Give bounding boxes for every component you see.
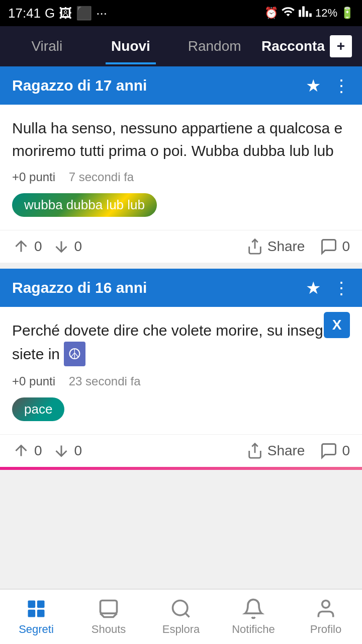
nav-profilo[interactable]: Profilo [290, 590, 362, 644]
card-1-tags: wubba dubba lub lub [12, 193, 350, 217]
svg-rect-5 [37, 610, 45, 617]
card-2-header-icons: ★ ⋮ [306, 278, 350, 298]
card-1-tag-wubba[interactable]: wubba dubba lub lub [12, 193, 157, 217]
nav-shouts[interactable]: Shouts [72, 590, 145, 644]
card-2-tags: pace [12, 397, 350, 421]
tab-nuovi[interactable]: Nuovi [89, 28, 173, 64]
wifi-icon [281, 5, 295, 22]
nav-segreti-label: Segreti [19, 623, 54, 636]
nav-esplora-label: Esplora [162, 623, 200, 636]
card-1-downvote-count: 0 [74, 238, 82, 255]
nav-segreti[interactable]: Segreti [0, 590, 72, 644]
card-2-text: Perché dovete dire che volete morire, su… [12, 319, 350, 366]
content-area: Ragazzo di 17 anni ★ ⋮ Nulla ha senso, n… [0, 66, 362, 536]
screen-icon: ⬛ [76, 6, 92, 21]
card-1-comments-count: 0 [342, 238, 350, 255]
nav-notifiche-label: Notifiche [232, 623, 275, 636]
racconta-plus-button[interactable]: + [330, 35, 352, 57]
card-2-points: +0 punti [12, 374, 55, 388]
more-icon: ··· [96, 6, 107, 21]
card-2-actions: 0 0 Share 0 [0, 434, 362, 467]
svg-rect-2 [28, 601, 36, 608]
card-2-tag-pace[interactable]: pace [12, 397, 64, 421]
tab-virali[interactable]: Virali [5, 28, 89, 64]
carrier-icon: G [45, 6, 55, 21]
card-2-upvote[interactable]: 0 [12, 442, 42, 460]
card-1-downvote[interactable]: 0 [52, 237, 82, 256]
card-1-more-icon[interactable]: ⋮ [333, 75, 350, 96]
racconta-label[interactable]: Racconta [261, 38, 325, 54]
card-1-meta: +0 punti 7 secondi fa [12, 170, 350, 184]
card-1-upvote-count: 0 [34, 238, 42, 255]
card-2-comments-count: 0 [342, 443, 350, 459]
card-1-header-icons: ★ ⋮ [306, 75, 350, 96]
card-2-body: Perché dovete dire che volete morire, su… [0, 307, 362, 434]
nav-esplora[interactable]: Esplora [145, 590, 217, 644]
card-1-actions: 0 0 Share 0 [0, 230, 362, 263]
svg-rect-6 [101, 601, 117, 614]
card-1-time: 7 secondi fa [69, 170, 134, 184]
svg-rect-4 [28, 610, 36, 617]
card-1-header: Ragazzo di 17 anni ★ ⋮ [0, 66, 362, 105]
card-1-comments-button[interactable]: 0 [320, 237, 350, 256]
card-1-share-button[interactable]: Share [246, 238, 305, 255]
card-2-more-icon[interactable]: ⋮ [333, 278, 350, 298]
peace-emoji: ☮ [64, 342, 85, 366]
card-2-time: 23 secondi fa [69, 374, 141, 388]
status-right: ⏰ 12% 🔋 [264, 5, 354, 22]
nav-notifiche[interactable]: Notifiche [217, 590, 290, 644]
tab-random[interactable]: Random [172, 28, 256, 64]
card-1-star-icon[interactable]: ★ [306, 75, 321, 96]
card-1-text: Nulla ha senso, nessuno appartiene a qua… [12, 117, 350, 162]
card-1-body: Nulla ha senso, nessuno appartiene a qua… [0, 105, 362, 230]
status-bar: 17:41 G 🖼 ⬛ ··· ⏰ 12% 🔋 [0, 0, 362, 26]
alarm-icon: ⏰ [264, 7, 278, 20]
status-left: 17:41 G 🖼 ⬛ ··· [8, 6, 107, 21]
status-time: 17:41 [8, 6, 41, 21]
card-2: Ragazzo di 16 anni ★ ⋮ Perché dovete dir… [0, 269, 362, 470]
battery-status: 12% [315, 7, 337, 20]
card-1-points: +0 punti [12, 170, 55, 184]
card-2-meta: +0 punti 23 secondi fa [12, 374, 350, 388]
card-1-upvote[interactable]: 0 [12, 237, 42, 256]
card-1-title: Ragazzo di 17 anni [12, 77, 147, 94]
card-2-comments-button[interactable]: 0 [320, 442, 350, 460]
card-1: Ragazzo di 17 anni ★ ⋮ Nulla ha senso, n… [0, 66, 362, 263]
card-2-text-before: Perché dovete dire che volete morire, su… [12, 322, 349, 362]
card-2-downvote-count: 0 [74, 443, 82, 459]
x-badge-button[interactable]: X [324, 312, 350, 338]
svg-rect-3 [37, 601, 45, 608]
svg-point-7 [173, 601, 188, 615]
card-2-star-icon[interactable]: ★ [306, 278, 321, 298]
card-2-downvote[interactable]: 0 [52, 442, 82, 460]
card-2-share-label: Share [267, 443, 305, 459]
bottom-nav: Segreti Shouts Esplora Notifiche Profilo [0, 589, 362, 644]
svg-point-8 [322, 601, 330, 608]
nav-profilo-label: Profilo [310, 623, 341, 636]
nav-shouts-label: Shouts [92, 623, 126, 636]
signal-icon [298, 5, 312, 22]
pink-bar [0, 467, 362, 470]
card-2-upvote-count: 0 [34, 443, 42, 459]
card-2-header: Ragazzo di 16 anni ★ ⋮ [0, 269, 362, 307]
card-1-share-label: Share [267, 238, 305, 255]
image-icon: 🖼 [59, 6, 72, 21]
card-2-share-button[interactable]: Share [246, 442, 305, 459]
nav-tabs: Virali Nuovi Random Racconta + [0, 26, 362, 66]
racconta-section: Racconta + [256, 35, 357, 57]
card-2-title: Ragazzo di 16 anni [12, 279, 147, 296]
battery-icon: 🔋 [340, 7, 354, 20]
